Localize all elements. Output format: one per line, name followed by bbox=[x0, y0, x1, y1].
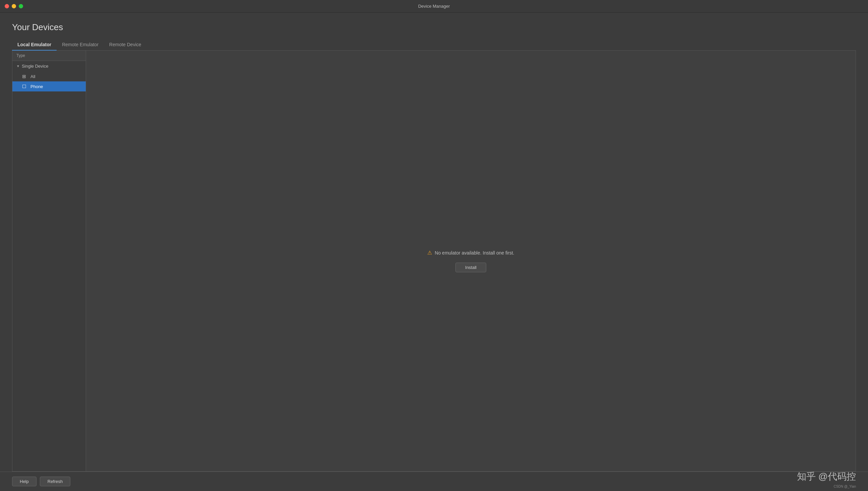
title-bar: Device Manager bbox=[0, 0, 868, 13]
sidebar-header: Type bbox=[12, 51, 86, 61]
warning-icon: ⚠ bbox=[427, 250, 432, 256]
maximize-button[interactable] bbox=[19, 4, 23, 8]
window-title: Device Manager bbox=[418, 4, 450, 9]
tab-remote-emulator[interactable]: Remote Emulator bbox=[57, 39, 104, 51]
phone-icon: ☐ bbox=[21, 84, 27, 89]
sidebar-group-label: Single Device bbox=[22, 64, 49, 69]
bottom-bar: Help Refresh bbox=[0, 471, 868, 491]
main-content: Your Devices Local Emulator Remote Emula… bbox=[0, 13, 868, 471]
main-panel: ⚠ No emulator available. Install one fir… bbox=[86, 51, 856, 471]
close-button[interactable] bbox=[5, 4, 9, 8]
tab-bar: Local Emulator Remote Emulator Remote De… bbox=[12, 39, 856, 51]
tab-remote-device[interactable]: Remote Device bbox=[104, 39, 147, 51]
content-area: Type ▼ Single Device ⊞ All ☐ Phone ⚠ No … bbox=[12, 51, 856, 471]
chevron-down-icon: ▼ bbox=[17, 64, 20, 68]
sidebar-group-single-device[interactable]: ▼ Single Device bbox=[12, 61, 86, 71]
all-icon: ⊞ bbox=[21, 74, 27, 79]
sidebar-item-all-label: All bbox=[30, 74, 35, 79]
window-controls bbox=[5, 4, 23, 8]
minimize-button[interactable] bbox=[12, 4, 16, 8]
warning-message: ⚠ No emulator available. Install one fir… bbox=[427, 250, 514, 256]
warning-text: No emulator available. Install one first… bbox=[435, 250, 514, 256]
tab-local-emulator[interactable]: Local Emulator bbox=[12, 39, 57, 51]
sidebar: Type ▼ Single Device ⊞ All ☐ Phone bbox=[12, 51, 86, 471]
sidebar-item-phone-label: Phone bbox=[30, 84, 43, 89]
help-button[interactable]: Help bbox=[12, 476, 36, 486]
refresh-button[interactable]: Refresh bbox=[40, 476, 71, 486]
install-button[interactable]: Install bbox=[455, 263, 486, 272]
sidebar-item-phone[interactable]: ☐ Phone bbox=[12, 81, 86, 91]
page-title: Your Devices bbox=[12, 22, 856, 32]
sidebar-item-all[interactable]: ⊞ All bbox=[12, 71, 86, 81]
